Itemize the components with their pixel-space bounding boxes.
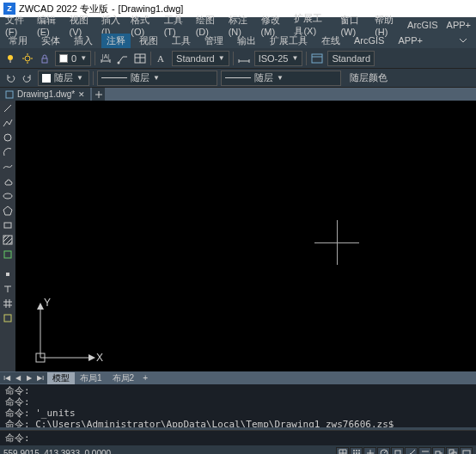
dyn-toggle-icon[interactable]	[432, 447, 445, 454]
dimstyle-icon[interactable]	[237, 52, 251, 65]
color-swatch-dropdown[interactable]: 0 ▼	[55, 51, 91, 66]
block-tool-icon[interactable]	[2, 312, 14, 324]
point-tool-icon[interactable]	[2, 268, 14, 280]
svg-point-0	[8, 55, 13, 60]
lweight-toggle-icon[interactable]	[418, 447, 431, 454]
dimstyle-value: ISO-25	[259, 53, 289, 64]
snap-toggle-icon[interactable]	[336, 447, 349, 454]
polyline-tool-icon[interactable]	[2, 117, 14, 129]
ribbontab-appplus[interactable]: APP+	[393, 34, 427, 46]
properties-bar: 随层 ▼ 随层 ▼ 随层 ▼ 随层颜色	[0, 69, 476, 88]
dropdown-arrow-icon: ▼	[277, 74, 284, 82]
tab-nav-prev-icon[interactable]: ◀	[13, 372, 23, 383]
svg-rect-16	[6, 91, 13, 98]
otrack-toggle-icon[interactable]	[405, 447, 418, 454]
command-history: 命令: 命令: 命令: '_units 命令: C:\Users\Adminis…	[0, 384, 476, 427]
layout1-tab[interactable]: 布局1	[75, 372, 107, 384]
dropdown-arrow-icon: ▼	[153, 74, 160, 82]
circle-tool-icon[interactable]	[2, 132, 14, 144]
layer-sun-icon[interactable]	[21, 52, 34, 65]
ribbontab-view[interactable]: 视图	[134, 34, 163, 48]
svg-point-18	[4, 134, 11, 141]
ribbontab-tools[interactable]: 工具	[167, 34, 196, 48]
hatch-tool-icon[interactable]	[2, 234, 14, 246]
close-tab-icon[interactable]: ✕	[78, 90, 85, 99]
ribbontab-manage[interactable]: 管理	[199, 34, 229, 48]
ribbontab-extend[interactable]: 扩展工具	[265, 34, 313, 48]
command-input[interactable]	[34, 433, 471, 444]
undo-icon[interactable]	[3, 71, 17, 85]
tab-nav-first-icon[interactable]: I◀	[2, 372, 12, 383]
lineweight-dropdown[interactable]: 随层 ▼	[97, 71, 217, 86]
tablestyle-value: Standard	[332, 53, 370, 64]
layer-lightbulb-icon[interactable]	[3, 52, 17, 65]
drawing-canvas[interactable]: Y X	[15, 101, 476, 371]
table-icon[interactable]	[133, 52, 147, 65]
color-dropdown[interactable]: 随层 ▼	[38, 71, 89, 86]
ribbontab-output[interactable]: 输出	[232, 34, 261, 48]
command-line: 命令: 命令: 命令: '_units 命令: C:\Users\Adminis…	[0, 384, 476, 445]
grid-toggle-icon[interactable]	[350, 447, 363, 454]
textstyle-icon[interactable]: A	[155, 52, 168, 65]
model-tab[interactable]: 模型	[47, 372, 75, 384]
polygon-tool-icon[interactable]	[2, 205, 14, 217]
dimension-text-icon[interactable]: |A|	[99, 52, 113, 65]
ribbontab-entity[interactable]: 实体	[36, 34, 65, 48]
dimstyle-dropdown[interactable]: ISO-25 ▼	[254, 51, 303, 66]
file-tabs: Drawing1.dwg* ✕	[0, 88, 476, 101]
svg-rect-22	[4, 251, 11, 258]
cmd-line: 命令: '_units	[5, 408, 471, 419]
arc-tool-icon[interactable]	[2, 146, 14, 158]
textstyle-value: Standard	[176, 53, 215, 64]
line-tool-icon[interactable]	[2, 102, 14, 114]
ribbontab-online[interactable]: 在线	[316, 34, 345, 48]
region-tool-icon[interactable]	[2, 248, 14, 261]
menubar: 文件(F) 编辑(E) 视图(V) 插入(I) 格式(O) 工具(T) 绘图(D…	[0, 17, 476, 33]
svg-rect-36	[395, 451, 400, 454]
cycle-toggle-icon[interactable]	[446, 447, 459, 454]
mleader-icon[interactable]	[116, 52, 130, 65]
rectangle-tool-icon[interactable]	[2, 219, 14, 231]
linetype-dropdown[interactable]: 随层 ▼	[221, 71, 341, 86]
polar-toggle-icon[interactable]	[377, 447, 390, 454]
tab-nav-last-icon[interactable]: ▶I	[35, 372, 46, 383]
new-tab-button[interactable]	[92, 88, 105, 101]
layout2-tab[interactable]: 布局2	[107, 372, 140, 384]
ribbontab-home[interactable]: 常用	[3, 34, 33, 48]
ortho-toggle-icon[interactable]	[363, 447, 376, 454]
ellipse-tool-icon[interactable]	[2, 190, 14, 202]
draw-toolbar	[0, 101, 15, 371]
file-tab[interactable]: Drawing1.dwg* ✕	[0, 88, 90, 101]
osnap-toggle-icon[interactable]	[391, 447, 404, 454]
svg-rect-20	[4, 223, 11, 228]
tablestyle-icon[interactable]	[310, 52, 324, 65]
svg-rect-43	[463, 451, 470, 454]
menu-arcgis[interactable]: ArcGIS	[404, 19, 441, 31]
svg-point-34	[381, 450, 388, 454]
add-layout-icon[interactable]: +	[139, 372, 151, 384]
ribbontab-insert[interactable]: 插入	[69, 34, 98, 48]
ribbontab-arcgis[interactable]: ArcGIS	[349, 34, 389, 46]
color-value: 随层	[54, 71, 73, 84]
tablestyle-dropdown[interactable]: Standard	[327, 51, 375, 66]
dropdown-arrow-icon: ▼	[218, 54, 225, 62]
grid-tool-icon[interactable]	[2, 298, 14, 310]
cmd-line: 命令:	[5, 385, 471, 396]
color-swatch-icon	[42, 74, 51, 83]
svg-line-35	[384, 451, 387, 453]
svg-point-29	[356, 450, 357, 451]
linetype-value: 随层	[254, 71, 273, 84]
text-tool-icon[interactable]	[2, 283, 14, 295]
layer-lock-icon[interactable]	[38, 52, 52, 65]
spline-tool-icon[interactable]	[2, 161, 14, 173]
redo-icon[interactable]	[21, 71, 34, 85]
menu-appplus[interactable]: APP+	[443, 19, 474, 31]
model-toggle-icon[interactable]	[460, 447, 473, 454]
cloud-tool-icon[interactable]	[2, 175, 14, 187]
textstyle-dropdown[interactable]: Standard ▼	[172, 51, 229, 66]
tab-nav-next-icon[interactable]: ▶	[24, 372, 34, 383]
ribbontab-annotate[interactable]: 注释	[101, 34, 131, 48]
cmd-line: 命令:	[5, 396, 471, 408]
svg-text:A: A	[157, 53, 164, 64]
ribbon-collapse-icon[interactable]	[454, 35, 473, 46]
